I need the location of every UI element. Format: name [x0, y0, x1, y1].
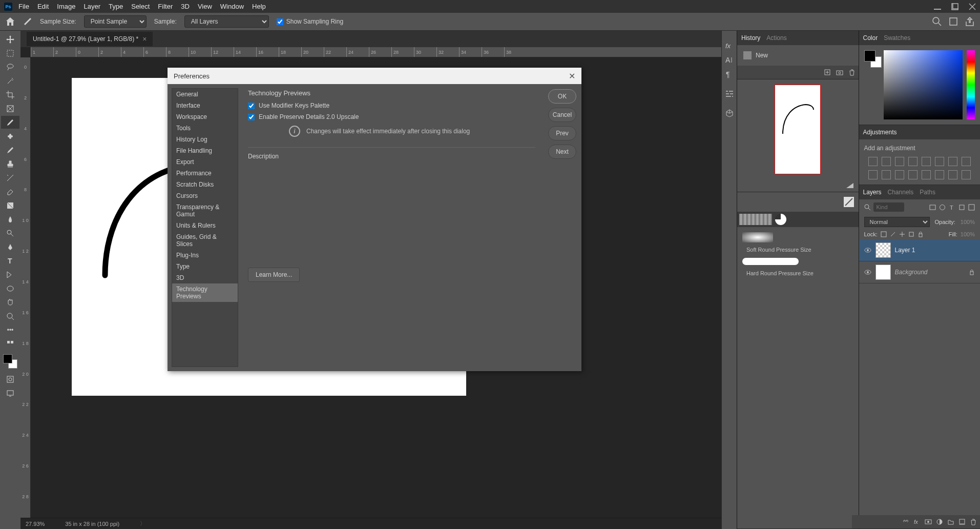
- pref-category[interactable]: Technology Previews: [172, 283, 238, 302]
- hue-slider[interactable]: [967, 50, 975, 119]
- navigator-preview[interactable]: [775, 85, 821, 174]
- color-swatch[interactable]: [3, 354, 17, 369]
- frame-icon[interactable]: [948, 16, 958, 27]
- invert-icon[interactable]: [908, 170, 918, 179]
- gradient-map-icon[interactable]: [948, 170, 957, 179]
- pen-tool[interactable]: [1, 240, 19, 253]
- stamp-tool[interactable]: [1, 157, 19, 170]
- blur-tool[interactable]: [1, 213, 19, 226]
- mask-icon[interactable]: [925, 518, 932, 525]
- pref-category[interactable]: Cursors: [172, 190, 238, 201]
- pref-category[interactable]: 3D: [172, 272, 238, 283]
- sample-select[interactable]: All Layers: [184, 15, 269, 28]
- close-tab-icon[interactable]: ×: [142, 35, 147, 43]
- text-filter-icon[interactable]: T: [949, 204, 955, 211]
- lock-move-icon[interactable]: [899, 231, 905, 237]
- visibility-icon[interactable]: [864, 269, 871, 276]
- quickmask-tool[interactable]: [1, 373, 19, 385]
- eraser-tool[interactable]: [1, 185, 19, 198]
- menu-select[interactable]: Select: [131, 3, 150, 10]
- zoom-tool[interactable]: [1, 310, 19, 322]
- pref-category[interactable]: Type: [172, 261, 238, 272]
- swatches-tab[interactable]: Swatches: [884, 34, 910, 42]
- text-tool[interactable]: T: [1, 254, 19, 267]
- fx-icon[interactable]: fx: [913, 518, 921, 525]
- layer-filter-input[interactable]: [873, 202, 904, 212]
- more-tools[interactable]: •••: [1, 323, 19, 336]
- trash-icon[interactable]: [848, 69, 856, 76]
- brush-thumb[interactable]: [742, 232, 773, 242]
- search-icon[interactable]: [932, 16, 942, 27]
- wand-tool[interactable]: [1, 74, 19, 87]
- paragraph-icon[interactable]: ¶: [725, 70, 734, 79]
- menu-layer[interactable]: Layer: [84, 3, 101, 10]
- shape-tool[interactable]: [1, 282, 19, 295]
- brush-tool[interactable]: [1, 144, 19, 156]
- menu-window[interactable]: Window: [220, 3, 244, 10]
- menu-help[interactable]: Help: [252, 3, 266, 10]
- lock-paint-icon[interactable]: [890, 231, 896, 237]
- brush-thumb[interactable]: [742, 258, 799, 265]
- layer-row[interactable]: Background: [859, 261, 981, 283]
- menu-view[interactable]: View: [198, 3, 212, 10]
- menu-3d[interactable]: 3D: [181, 3, 190, 10]
- edit-toolbar[interactable]: [1, 337, 19, 350]
- pref-category[interactable]: File Handling: [172, 145, 238, 156]
- opacity-value[interactable]: 100%: [961, 219, 975, 225]
- preserve-details-checkbox[interactable]: [248, 114, 255, 120]
- selective-icon[interactable]: [962, 170, 971, 179]
- paths-tab[interactable]: Paths: [920, 189, 935, 196]
- menu-edit[interactable]: Edit: [37, 3, 49, 10]
- lock-all-icon[interactable]: [918, 231, 924, 237]
- foreground-color[interactable]: [3, 354, 12, 363]
- pref-category[interactable]: Workspace: [172, 111, 238, 123]
- colorbalance-icon[interactable]: [948, 157, 957, 166]
- brush-angle[interactable]: [775, 214, 786, 225]
- shape-filter-icon[interactable]: [958, 204, 965, 211]
- lock-artboard-icon[interactable]: [908, 231, 914, 237]
- pref-category[interactable]: History Log: [172, 134, 238, 145]
- create-doc-icon[interactable]: [824, 69, 831, 76]
- threshold-icon[interactable]: [935, 170, 944, 179]
- color-preview[interactable]: [864, 50, 880, 119]
- zoom-slider-icon[interactable]: [846, 183, 853, 188]
- group-icon[interactable]: [947, 518, 954, 525]
- hand-tool[interactable]: [1, 296, 19, 309]
- pref-category[interactable]: Export: [172, 156, 238, 168]
- history-tab[interactable]: History: [741, 34, 760, 42]
- adjust-filter-icon[interactable]: [939, 204, 946, 211]
- pref-category[interactable]: Tools: [172, 123, 238, 134]
- next-button[interactable]: Next: [548, 145, 576, 159]
- lookup-icon[interactable]: [895, 170, 904, 179]
- adjustment-layer-icon[interactable]: [936, 518, 943, 525]
- sample-size-select[interactable]: Point Sample: [84, 15, 147, 28]
- menu-image[interactable]: Image: [57, 3, 75, 10]
- dodge-tool[interactable]: [1, 227, 19, 239]
- lock-transparency-icon[interactable]: [881, 231, 887, 237]
- frame-tool[interactable]: [1, 102, 19, 115]
- menu-file[interactable]: File: [18, 3, 29, 10]
- layer-row[interactable]: Layer 1: [859, 239, 981, 261]
- marquee-tool[interactable]: [1, 47, 19, 59]
- mixer-icon[interactable]: [882, 170, 891, 179]
- pref-category[interactable]: Scratch Disks: [172, 179, 238, 190]
- pref-category[interactable]: Interface: [172, 100, 238, 111]
- pref-category[interactable]: Transparency & Gamut: [172, 201, 238, 220]
- color-field[interactable]: [884, 50, 963, 119]
- path-tool[interactable]: [1, 268, 19, 281]
- adjustments-tab[interactable]: Adjustments: [863, 129, 897, 136]
- snapshot-icon[interactable]: [836, 69, 843, 76]
- bw-icon[interactable]: [962, 157, 971, 166]
- history-item[interactable]: New: [741, 49, 854, 62]
- show-ring-checkbox[interactable]: [277, 18, 283, 25]
- brush-pose-icon[interactable]: [843, 196, 854, 208]
- pref-category[interactable]: Performance: [172, 168, 238, 179]
- minimize-icon[interactable]: [934, 3, 941, 10]
- document-tab[interactable]: Untitled-1 @ 27.9% (Layer 1, RGB/8) * ×: [27, 32, 153, 46]
- menu-type[interactable]: Type: [109, 3, 123, 10]
- fill-value[interactable]: 100%: [961, 231, 975, 237]
- character-icon[interactable]: A: [725, 55, 734, 65]
- pref-category[interactable]: General: [172, 89, 238, 100]
- photofilter-icon[interactable]: [868, 170, 878, 179]
- pref-category[interactable]: Guides, Grid & Slices: [172, 231, 238, 250]
